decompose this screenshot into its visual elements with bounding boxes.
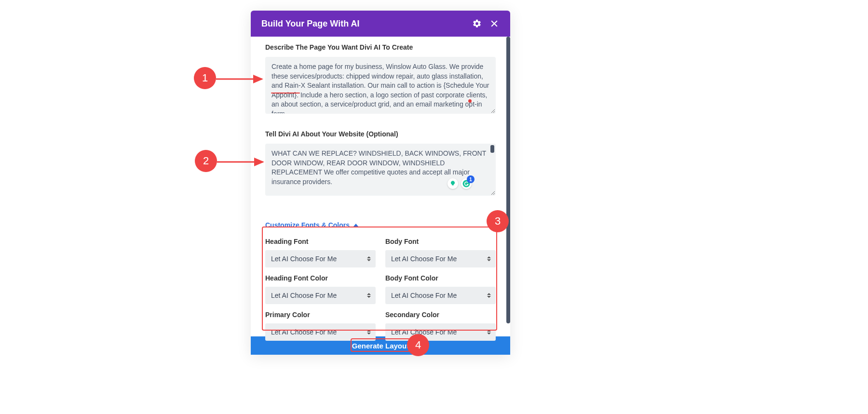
heading-font-select[interactable]: Let AI Choose For Me bbox=[265, 250, 376, 267]
primary-color-value: Let AI Choose For Me bbox=[271, 328, 337, 336]
heading-font-value: Let AI Choose For Me bbox=[271, 255, 337, 263]
primary-color-field: Primary Color Let AI Choose For Me bbox=[265, 311, 376, 341]
secondary-color-value: Let AI Choose For Me bbox=[391, 328, 457, 336]
select-chevron-icon bbox=[367, 256, 371, 261]
body-font-color-select[interactable]: Let AI Choose For Me bbox=[385, 287, 496, 304]
modal-body: Describe The Page You Want Divi AI To Cr… bbox=[251, 37, 510, 336]
body-font-field: Body Font Let AI Choose For Me bbox=[385, 238, 496, 267]
heading-font-label: Heading Font bbox=[265, 238, 376, 245]
body-font-label: Body Font bbox=[385, 238, 496, 245]
primary-color-select[interactable]: Let AI Choose For Me bbox=[265, 323, 376, 341]
secondary-color-field: Secondary Color Let AI Choose For Me bbox=[385, 311, 496, 341]
caret-up-icon bbox=[353, 224, 358, 227]
heading-font-color-select[interactable]: Let AI Choose For Me bbox=[265, 287, 376, 304]
scrollbar-track[interactable] bbox=[506, 37, 510, 325]
about-label: Tell Divi AI About Your Website (Optiona… bbox=[265, 130, 496, 138]
grammar-count-badge: 1 bbox=[467, 175, 475, 183]
customize-options-grid: Heading Font Let AI Choose For Me Body F… bbox=[265, 238, 496, 347]
heading-font-color-field: Heading Font Color Let AI Choose For Me bbox=[265, 274, 376, 304]
describe-textarea[interactable] bbox=[265, 57, 496, 114]
annotation-badge-3: 3 bbox=[487, 210, 509, 232]
close-icon[interactable] bbox=[489, 18, 500, 29]
heading-font-color-value: Let AI Choose For Me bbox=[271, 292, 337, 299]
secondary-color-select[interactable]: Let AI Choose For Me bbox=[385, 323, 496, 341]
annotation-badge-4: 4 bbox=[407, 334, 429, 356]
select-chevron-icon bbox=[487, 256, 491, 261]
annotation-badge-1: 1 bbox=[194, 67, 216, 89]
body-font-color-field: Body Font Color Let AI Choose For Me bbox=[385, 274, 496, 304]
grammar-badges: 1 bbox=[448, 178, 472, 189]
body-font-color-value: Let AI Choose For Me bbox=[391, 292, 457, 299]
body-font-value: Let AI Choose For Me bbox=[391, 255, 457, 263]
annotation-arrow-2 bbox=[217, 156, 270, 171]
body-font-color-label: Body Font Color bbox=[385, 274, 496, 282]
grammarly-badge-icon[interactable]: 1 bbox=[461, 178, 472, 189]
describe-label: Describe The Page You Want Divi AI To Cr… bbox=[265, 43, 496, 51]
secondary-color-label: Secondary Color bbox=[385, 311, 496, 319]
error-dot-icon bbox=[468, 99, 472, 103]
customize-link-label: Customize Fonts & Colors bbox=[265, 221, 350, 229]
heading-font-field: Heading Font Let AI Choose For Me bbox=[265, 238, 376, 267]
annotation-badge-2: 2 bbox=[195, 150, 217, 172]
assistant-badge-icon[interactable] bbox=[448, 178, 458, 189]
select-chevron-icon bbox=[487, 330, 491, 334]
annotation-arrow-1 bbox=[216, 73, 269, 88]
scrollbar-thumb[interactable] bbox=[506, 37, 510, 323]
spellcheck-underline bbox=[271, 93, 300, 93]
modal-title: Build Your Page With AI bbox=[261, 19, 465, 29]
ai-builder-modal: Build Your Page With AI Describe The Pag… bbox=[251, 11, 510, 355]
gear-icon[interactable] bbox=[472, 18, 482, 29]
primary-color-label: Primary Color bbox=[265, 311, 376, 319]
select-chevron-icon bbox=[367, 293, 371, 298]
heading-font-color-label: Heading Font Color bbox=[265, 274, 376, 282]
textarea-scrollbar[interactable] bbox=[490, 145, 494, 153]
modal-header: Build Your Page With AI bbox=[251, 11, 510, 37]
select-chevron-icon bbox=[367, 330, 371, 334]
body-font-select[interactable]: Let AI Choose For Me bbox=[385, 250, 496, 267]
select-chevron-icon bbox=[487, 293, 491, 298]
customize-fonts-colors-toggle[interactable]: Customize Fonts & Colors bbox=[265, 221, 358, 229]
